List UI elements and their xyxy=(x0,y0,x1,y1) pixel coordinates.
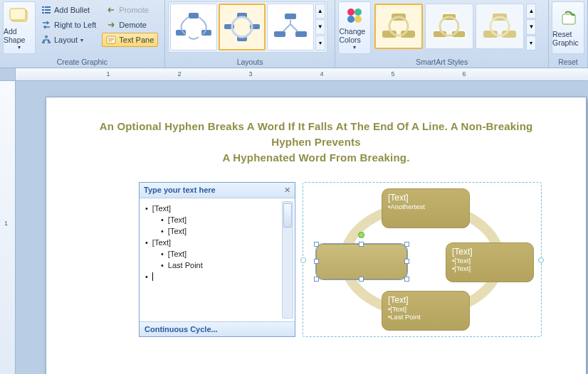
layout-option-2-selected[interactable] xyxy=(219,4,266,50)
page-area[interactable]: An Optional Hyphen Breaks A Word If It F… xyxy=(16,81,588,374)
svg-rect-10 xyxy=(48,41,51,43)
resize-handle[interactable] xyxy=(314,277,319,282)
promote-icon xyxy=(106,5,116,15)
change-colors-button[interactable]: Change Colors xyxy=(338,1,371,54)
right-to-left-button[interactable]: Right to Left xyxy=(37,18,100,32)
list-item[interactable]: [Text] xyxy=(161,214,292,225)
text-pane-button[interactable]: Text Pane xyxy=(102,33,158,47)
close-icon[interactable]: ✕ xyxy=(284,186,290,195)
list-item-editing[interactable] xyxy=(145,271,292,282)
resize-handle[interactable] xyxy=(314,259,319,264)
resize-handle[interactable] xyxy=(404,242,409,247)
group-label-reset: Reset xyxy=(552,57,584,68)
ruler-corner xyxy=(0,68,16,80)
svg-rect-6 xyxy=(42,12,44,14)
svg-point-27 xyxy=(355,9,362,16)
resize-handle[interactable] xyxy=(314,242,319,247)
text-pane-icon xyxy=(106,35,116,45)
svg-rect-1 xyxy=(10,9,26,20)
svg-rect-42 xyxy=(562,14,575,24)
resize-handle[interactable] xyxy=(404,259,409,264)
change-colors-label: Change Colors xyxy=(339,27,370,44)
smartart-node-bottom[interactable]: [Text] [Text] Last Point xyxy=(382,291,470,331)
svg-rect-25 xyxy=(295,31,307,37)
add-shape-label: Add Shape xyxy=(4,27,35,44)
group-label-layouts: Layouts xyxy=(168,57,332,68)
layout-option-3[interactable] xyxy=(267,4,314,50)
list-item[interactable]: [Text] xyxy=(145,237,292,248)
resize-handle[interactable] xyxy=(359,242,364,247)
change-colors-icon xyxy=(345,6,364,26)
svg-point-26 xyxy=(347,9,355,16)
style-option-1-selected[interactable] xyxy=(374,4,423,49)
svg-rect-9 xyxy=(42,41,45,43)
smartart-node-right[interactable]: [Text] [Text] [Text] xyxy=(446,242,534,282)
text-pane-header: Type your text here ✕ xyxy=(140,183,295,198)
workspace: 1 An Optional Hyphen Breaks A Word If It… xyxy=(0,81,588,374)
layout-icon xyxy=(41,35,51,45)
add-bullet-button[interactable]: Add Bullet xyxy=(37,3,100,17)
layout-button[interactable]: Layout xyxy=(37,33,100,47)
svg-rect-24 xyxy=(274,31,285,37)
svg-rect-8 xyxy=(45,36,48,38)
gallery-more-button[interactable]: ▾ xyxy=(315,36,325,50)
list-item[interactable]: Last Point xyxy=(161,260,292,271)
reset-icon xyxy=(558,9,578,28)
svg-rect-4 xyxy=(42,9,44,11)
horizontal-ruler: 1 2 3 4 5 6 xyxy=(0,68,588,81)
document-title: An Optional Hyphen Breaks A Word If It F… xyxy=(82,119,550,165)
layout-option-1[interactable] xyxy=(170,4,217,50)
group-label-styles: SmartArt Styles xyxy=(338,57,545,68)
scrollbar-thumb[interactable] xyxy=(283,203,292,228)
svg-rect-23 xyxy=(285,14,296,19)
svg-rect-7 xyxy=(45,12,51,14)
add-shape-button[interactable]: Add Shape xyxy=(3,1,36,54)
svg-rect-3 xyxy=(45,6,51,8)
vertical-ruler: 1 xyxy=(0,81,16,374)
svg-point-29 xyxy=(355,16,362,23)
styles-more-button[interactable]: ▾ xyxy=(526,36,536,50)
resize-handle[interactable] xyxy=(359,277,364,282)
svg-point-22 xyxy=(232,17,252,37)
text-pane-body[interactable]: [Text] [Text] [Text] [Text] [Text] Last … xyxy=(140,198,295,321)
group-layouts: ▲ ▼ ▾ Layouts xyxy=(165,0,336,68)
ribbon: Add Shape Add Bullet Right to Left Layou… xyxy=(0,0,588,68)
smartart-canvas[interactable]: [Text] Anothertest [Text] [Text] [Text] … xyxy=(303,182,542,337)
text-pane-footer[interactable]: Continuous Cycle... xyxy=(140,321,295,336)
list-item[interactable]: [Text] xyxy=(161,225,292,237)
list-item[interactable]: [Text] xyxy=(161,248,292,260)
group-reset: Reset Graphic Reset xyxy=(549,0,588,68)
styles-up-button[interactable]: ▲ xyxy=(526,4,536,18)
resize-handle[interactable] xyxy=(404,277,409,282)
gallery-up-button[interactable]: ▲ xyxy=(315,4,325,18)
demote-icon xyxy=(106,20,116,30)
style-option-3[interactable] xyxy=(476,4,524,49)
group-label-create-graphic: Create Graphic xyxy=(3,57,162,68)
rtl-icon xyxy=(41,20,51,30)
group-smartart-styles: Change Colors ▲ ▼ ▾ SmartArt Styles xyxy=(335,0,549,68)
reset-graphic-button[interactable]: Reset Graphic xyxy=(552,1,584,54)
text-pane: Type your text here ✕ [Text] [Text] [Tex… xyxy=(139,182,295,337)
svg-point-28 xyxy=(347,16,355,23)
reset-graphic-label: Reset Graphic xyxy=(552,30,584,47)
svg-rect-15 xyxy=(189,13,199,18)
svg-rect-17 xyxy=(201,30,211,36)
smartart-node-left-selected[interactable] xyxy=(316,244,407,279)
group-create-graphic: Add Shape Add Bullet Right to Left Layou… xyxy=(0,0,165,68)
list-item[interactable]: [Text] xyxy=(145,203,292,214)
style-option-2[interactable] xyxy=(425,4,473,49)
smartart-container: Type your text here ✕ [Text] [Text] [Tex… xyxy=(139,182,550,337)
svg-rect-2 xyxy=(42,6,44,8)
styles-down-button[interactable]: ▼ xyxy=(526,19,536,34)
add-shape-icon xyxy=(9,6,29,26)
styles-gallery[interactable]: ▲ ▼ ▾ xyxy=(372,1,538,53)
svg-rect-5 xyxy=(45,9,51,11)
gallery-down-button[interactable]: ▼ xyxy=(315,19,325,34)
layouts-gallery[interactable]: ▲ ▼ ▾ xyxy=(168,1,327,53)
textpane-scrollbar[interactable] xyxy=(282,201,293,319)
demote-button[interactable]: Demote xyxy=(102,18,158,32)
smartart-node-top[interactable]: [Text] Anothertest xyxy=(382,188,470,228)
bullet-icon xyxy=(41,5,51,15)
document-page: An Optional Hyphen Breaks A Word If It F… xyxy=(46,97,587,374)
promote-button[interactable]: Promote xyxy=(102,3,158,17)
